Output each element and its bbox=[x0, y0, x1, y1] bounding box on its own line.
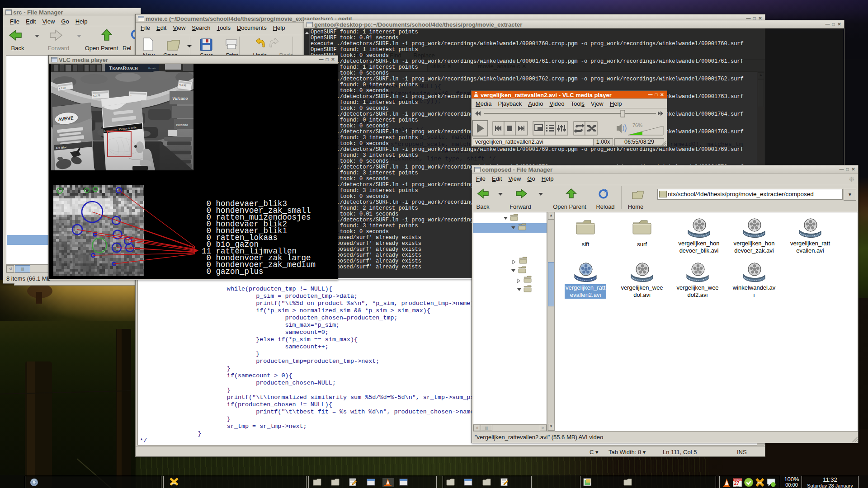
svg-text:76%: 76% bbox=[632, 122, 642, 128]
svg-text:chat: chat bbox=[171, 482, 176, 485]
svg-text:JAN: JAN bbox=[736, 485, 739, 488]
svg-text:chat: chat bbox=[757, 481, 762, 484]
